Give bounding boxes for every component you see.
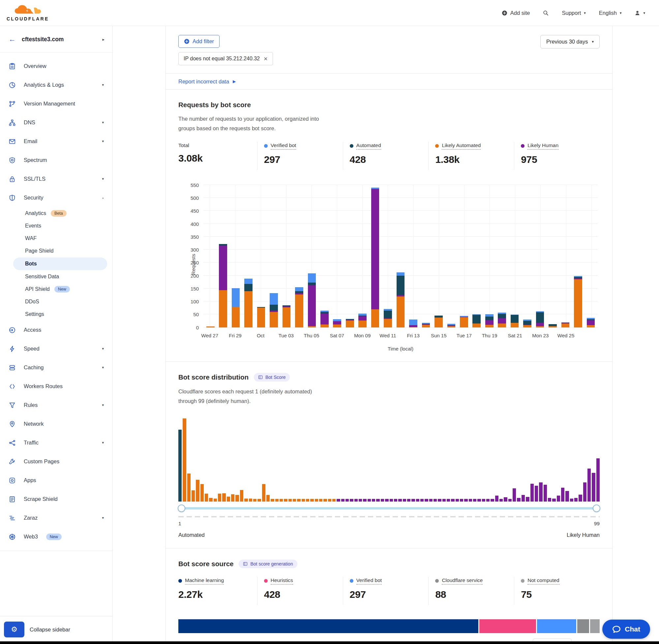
hist-bar[interactable] — [477, 499, 481, 502]
stat-label-text[interactable]: Verified bot — [270, 142, 297, 150]
chart-bar[interactable] — [344, 185, 356, 327]
hist-bar[interactable] — [302, 499, 305, 502]
hist-bar[interactable] — [270, 499, 274, 502]
hist-bar[interactable] — [587, 468, 591, 502]
hist-bar[interactable] — [433, 499, 437, 502]
sidebar-item-network[interactable]: Network — [0, 414, 112, 433]
hist-bar[interactable] — [390, 499, 393, 502]
stat-label-text[interactable]: Verified bot — [356, 577, 382, 585]
hist-bar[interactable] — [420, 499, 424, 502]
chart-bar[interactable] — [521, 185, 534, 327]
hist-bar[interactable] — [574, 498, 578, 501]
hist-bar[interactable] — [227, 497, 230, 502]
chart-bar[interactable] — [204, 185, 217, 327]
hist-bar[interactable] — [341, 499, 345, 502]
hist-bar[interactable] — [323, 499, 327, 502]
chart-bar[interactable] — [293, 185, 305, 327]
chart-bar[interactable] — [280, 185, 293, 327]
hist-bar[interactable] — [376, 499, 379, 502]
slider-handle-max[interactable] — [593, 505, 600, 512]
score-range-slider[interactable] — [178, 504, 600, 513]
stat-label-text[interactable]: Heuristics — [270, 577, 293, 585]
hist-bar[interactable] — [583, 482, 587, 501]
hist-bar[interactable] — [570, 499, 573, 502]
hist-bar[interactable] — [310, 499, 313, 502]
hist-bar[interactable] — [381, 499, 384, 502]
hist-bar[interactable] — [447, 499, 450, 502]
sidebar-item-rules[interactable]: Rules▾ — [0, 396, 112, 414]
chart-bar[interactable] — [559, 185, 572, 327]
sidebar-item-access[interactable]: Access — [0, 321, 112, 339]
hist-bar[interactable] — [469, 499, 472, 502]
hist-bar[interactable] — [451, 499, 454, 502]
chat-button[interactable]: Chat — [602, 620, 650, 639]
hist-bar[interactable] — [240, 490, 243, 502]
hist-bar[interactable] — [557, 496, 560, 501]
hist-bar[interactable] — [222, 493, 226, 501]
hist-bar[interactable] — [231, 494, 234, 502]
source-segment-verified-bot[interactable] — [537, 619, 576, 633]
stat-label-text[interactable]: Not computed — [527, 577, 560, 585]
hist-bar[interactable] — [473, 499, 476, 502]
chart-bar[interactable] — [546, 185, 559, 327]
sidebar-item-ssl-tls[interactable]: SSL/TLS▾ — [0, 169, 112, 188]
hist-bar[interactable] — [504, 497, 507, 501]
chart-bar[interactable] — [483, 185, 495, 327]
add-site-button[interactable]: Add site — [502, 10, 530, 16]
gear-icon[interactable]: ⚙ — [4, 622, 24, 638]
sidebar-item-api-shield[interactable]: API ShieldNew — [0, 283, 112, 296]
hist-bar[interactable] — [350, 499, 353, 502]
source-segment-not-computed[interactable] — [590, 619, 600, 633]
hist-bar[interactable] — [548, 498, 551, 501]
chart-bar[interactable] — [369, 185, 381, 327]
hist-bar[interactable] — [460, 499, 463, 502]
remove-filter-icon[interactable]: × — [264, 55, 268, 62]
sidebar-item-scrape-shield[interactable]: Scrape Shield — [0, 490, 112, 508]
chart-bar[interactable] — [230, 185, 242, 327]
chart-bar[interactable] — [381, 185, 394, 327]
hist-bar[interactable] — [178, 430, 182, 501]
hist-bar[interactable] — [359, 499, 362, 502]
sidebar-item-workers-routes[interactable]: Workers Routes — [0, 377, 112, 396]
chart-bar[interactable] — [534, 185, 546, 327]
hist-bar[interactable] — [491, 499, 494, 502]
hist-bar[interactable] — [403, 499, 406, 502]
hist-bar[interactable] — [398, 499, 402, 502]
hist-bar[interactable] — [499, 499, 503, 502]
stat-label-text[interactable]: Likely Automated — [442, 142, 481, 150]
sidebar-item-analytics[interactable]: AnalyticsBeta — [0, 207, 112, 220]
chart-bar[interactable] — [331, 185, 344, 327]
hist-bar[interactable] — [368, 499, 371, 502]
hist-bar[interactable] — [205, 493, 208, 501]
hist-bar[interactable] — [191, 490, 195, 501]
hist-bar[interactable] — [275, 499, 279, 502]
chart-bar[interactable] — [420, 185, 432, 327]
hist-bar[interactable] — [183, 418, 186, 502]
bot-score-badge[interactable]: Bot Score — [254, 373, 290, 382]
hist-bar[interactable] — [297, 499, 300, 502]
hist-bar[interactable] — [544, 485, 547, 501]
hist-bar[interactable] — [425, 499, 428, 502]
chart-bar[interactable] — [356, 185, 369, 327]
hist-bar[interactable] — [526, 497, 529, 502]
hist-bar[interactable] — [372, 499, 375, 502]
hist-bar[interactable] — [464, 499, 468, 502]
hist-bar[interactable] — [513, 488, 516, 501]
hist-bar[interactable] — [495, 496, 498, 501]
hist-bar[interactable] — [354, 499, 358, 502]
chart-bar[interactable] — [267, 185, 280, 327]
hist-bar[interactable] — [235, 495, 239, 502]
hist-bar[interactable] — [214, 499, 217, 502]
chart-bar[interactable] — [217, 185, 229, 327]
sidebar-item-web3[interactable]: Web3New — [0, 527, 112, 546]
hist-bar[interactable] — [596, 458, 600, 501]
hist-bar[interactable] — [336, 499, 340, 502]
hist-bar[interactable] — [253, 499, 257, 502]
hist-bar[interactable] — [218, 493, 221, 501]
sidebar-item-security[interactable]: Security▴ — [0, 188, 112, 207]
stat-label-text[interactable]: Machine learning — [185, 577, 224, 585]
sidebar-item-version-management[interactable]: Version Management — [0, 94, 112, 113]
hist-bar[interactable] — [284, 499, 287, 502]
bot-score-generation-badge[interactable]: Bot score generation — [239, 559, 297, 568]
sidebar-item-speed[interactable]: Speed▾ — [0, 339, 112, 358]
